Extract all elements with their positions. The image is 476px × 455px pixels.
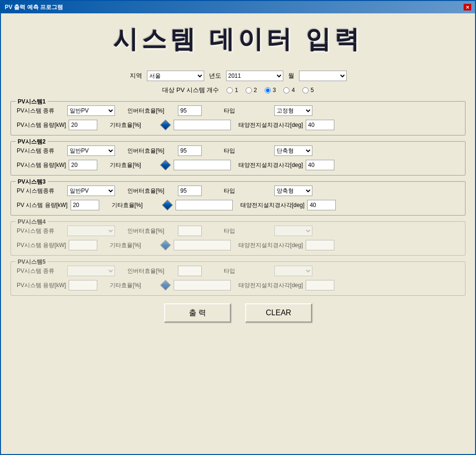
- pv4-angle-label: 태양전지설치경사각[deg]: [238, 241, 303, 249]
- output-button[interactable]: 출 력: [164, 303, 231, 322]
- content-area: 시스템 데이터 입력 지역 서울 부산 대구 인천 광주 대전 울산 년도 20…: [1, 13, 475, 454]
- pv2-inverter-input[interactable]: [178, 145, 202, 156]
- pv3-diamond-icon: [162, 200, 173, 211]
- pv4-row2: PV시스템 용량[kW] 기타효율[%] 태양전지설치경사각[deg]: [17, 240, 459, 250]
- pv4-other-diamond-button: [160, 240, 171, 250]
- radio-item-5[interactable]: 5: [302, 87, 314, 93]
- pv-count-radio-5[interactable]: [302, 87, 309, 93]
- pv1-type-select[interactable]: 일반PVBIPV집광형PV: [67, 105, 115, 116]
- pv1-inverter-input[interactable]: [178, 105, 202, 116]
- pv-count-radio-1[interactable]: [227, 87, 233, 93]
- region-select[interactable]: 서울 부산 대구 인천 광주 대전 울산: [147, 71, 204, 81]
- year-select[interactable]: 2009 2010 2011 2012 2013: [226, 71, 283, 81]
- pv2-other-input[interactable]: [174, 160, 231, 170]
- pv4-other-input[interactable]: [174, 240, 231, 250]
- pv5-other-label: 기타효율[%]: [110, 281, 157, 290]
- pv5-type-label: PV시스템 종류: [17, 267, 64, 275]
- pv3-inverter-input[interactable]: [178, 186, 202, 196]
- pv-system-1-title: PV시스템1: [16, 98, 48, 106]
- pv2-diamond-icon: [160, 160, 171, 171]
- page-title: 시스템 데이터 입력: [10, 18, 466, 61]
- pv2-other-label: 기타효율[%]: [110, 161, 157, 169]
- pv5-inverter-input[interactable]: [178, 266, 202, 276]
- pv3-type-select[interactable]: 일반PVBIPV집광형PV: [67, 186, 115, 196]
- year-label: 년도: [209, 72, 221, 80]
- pv4-inverter-input[interactable]: [178, 226, 202, 236]
- radio-item-1[interactable]: 1: [227, 87, 238, 93]
- pv1-type-label: PV시스템 종류: [17, 107, 64, 115]
- radio-item-4[interactable]: 4: [283, 87, 295, 93]
- pv-system-5-section: PV시스템5 PV시스템 종류 일반PVBIPV집광형PV 인버터효율[%] 타…: [10, 261, 466, 296]
- pv1-row1: PV시스템 종류 일반PVBIPV집광형PV 인버터효율[%] 타입 고정형단축…: [17, 105, 459, 116]
- pv-system-2-section: PV시스템2 PV시스템 종류 일반PVBIPV집광형PV 인버터효율[%] 타…: [10, 141, 466, 176]
- pv5-capacity-input[interactable]: [69, 280, 97, 290]
- pv3-type2-select[interactable]: 고정형단축형양축형: [274, 186, 312, 196]
- pv4-capacity-label: PV시스템 용량[kW]: [17, 241, 66, 249]
- pv5-row2: PV시스템 용량[kW] 기타효율[%] 태양전지설치경사각[deg]: [17, 280, 459, 290]
- radio-item-2[interactable]: 2: [246, 87, 257, 93]
- pv1-type2-select[interactable]: 고정형단축형양축형: [274, 105, 312, 116]
- pv3-type2-label: 타입: [224, 187, 271, 195]
- pv-system-5-title: PV시스템5: [16, 258, 48, 266]
- pv-count-radio-2[interactable]: [246, 87, 252, 93]
- pv3-row2: PV 시스템 용량[kW] 기타효율[%] 태양전지설치경사각[deg]: [17, 200, 459, 210]
- pv2-type-select[interactable]: 일반PVBIPV집광형PV: [67, 145, 115, 156]
- pv2-type-label: PV시스템 종류: [17, 147, 64, 155]
- pv4-type2-select[interactable]: 고정형단축형양축형: [274, 226, 312, 236]
- pv4-other-label: 기타효율[%]: [110, 241, 157, 249]
- bottom-buttons-row: 출 력 CLEAR: [10, 303, 466, 322]
- pv-system-4-title: PV시스템4: [16, 218, 48, 226]
- pv2-type2-select[interactable]: 고정형단축형양축형: [274, 145, 312, 156]
- pv4-type-select[interactable]: 일반PVBIPV집광형PV: [67, 226, 115, 236]
- pv-system-1-section: PV시스템1 PV시스템 종류 일반PVBIPV집광형PV 인버터효율[%] 타…: [10, 101, 466, 135]
- pv-system-3-title: PV시스템3: [16, 178, 48, 186]
- pv-system-3-section: PV시스템3 PV 시스템종류 일반PVBIPV집광형PV 인버터효율[%] 타…: [10, 181, 466, 216]
- pv1-other-diamond-button[interactable]: [160, 120, 171, 130]
- month-select[interactable]: 1234 5678 9101112: [299, 71, 347, 81]
- pv-count-label: 대상 PV 시스템 개수: [162, 86, 219, 94]
- pv2-angle-input[interactable]: [306, 160, 334, 170]
- pv2-other-diamond-button[interactable]: [160, 160, 171, 170]
- pv5-capacity-label: PV시스템 용량[kW]: [17, 281, 66, 290]
- window-title: PV 출력 예측 프로그램: [5, 3, 63, 11]
- pv-count-radio-4[interactable]: [283, 87, 290, 93]
- pv1-inverter-label: 인버터효율[%]: [127, 107, 175, 115]
- pv3-row1: PV 시스템종류 일반PVBIPV집광형PV 인버터효율[%] 타입 고정형단축…: [17, 186, 459, 196]
- pv3-other-diamond-button[interactable]: [162, 200, 173, 210]
- pv4-type2-label: 타입: [224, 227, 271, 235]
- pv5-type-select[interactable]: 일반PVBIPV집광형PV: [67, 266, 115, 276]
- pv4-angle-input[interactable]: [306, 240, 334, 250]
- close-button[interactable]: ✕: [464, 4, 471, 10]
- pv1-row2: PV시스템 용량[kW] 기타효율[%] 태양전지설치경사각[deg]: [17, 120, 459, 130]
- pv3-angle-input[interactable]: [307, 200, 336, 210]
- pv2-capacity-input[interactable]: [69, 160, 97, 170]
- radio-item-3[interactable]: 3: [265, 87, 276, 93]
- pv4-capacity-input[interactable]: [69, 240, 97, 250]
- month-label: 월: [288, 72, 294, 80]
- pv3-other-input[interactable]: [176, 200, 233, 210]
- pv5-angle-label: 태양전지설치경사각[deg]: [238, 281, 303, 290]
- pv5-type2-select[interactable]: 고정형단축형양축형: [274, 266, 312, 276]
- pv3-capacity-input[interactable]: [71, 200, 99, 210]
- pv5-angle-input[interactable]: [306, 280, 334, 290]
- pv2-row2: PV시스템 용량[kW] 기타효율[%] 태양전지설치경사각[deg]: [17, 160, 459, 170]
- pv-system-2-title: PV시스템2: [16, 138, 48, 146]
- main-window: PV 출력 예측 프로그램 ✕ 시스템 데이터 입력 지역 서울 부산 대구 인…: [0, 0, 476, 455]
- clear-button[interactable]: CLEAR: [245, 303, 312, 322]
- pv3-inverter-label: 인버터효율[%]: [127, 187, 175, 195]
- pv5-other-input[interactable]: [174, 280, 231, 290]
- pv1-other-input[interactable]: [174, 120, 231, 130]
- pv3-capacity-label: PV 시스템 용량[kW]: [17, 201, 68, 209]
- pv1-capacity-input[interactable]: [69, 120, 97, 130]
- pv1-angle-input[interactable]: [306, 120, 334, 130]
- title-bar: PV 출력 예측 프로그램 ✕: [1, 1, 475, 13]
- pv2-inverter-label: 인버터효율[%]: [127, 147, 175, 155]
- pv5-type2-label: 타입: [224, 267, 271, 275]
- pv2-capacity-label: PV시스템 용량[kW]: [17, 161, 66, 169]
- pv1-diamond-icon: [160, 120, 171, 131]
- pv5-row1: PV시스템 종류 일반PVBIPV집광형PV 인버터효율[%] 타입 고정형단축…: [17, 266, 459, 276]
- pv5-other-diamond-button: [160, 280, 171, 290]
- region-year-month-row: 지역 서울 부산 대구 인천 광주 대전 울산 년도 2009 2010 201…: [10, 71, 466, 81]
- pv-system-4-section: PV시스템4 PV시스템 종류 일반PVBIPV집광형PV 인버터효율[%] 타…: [10, 221, 466, 256]
- pv-count-radio-3[interactable]: [265, 87, 271, 93]
